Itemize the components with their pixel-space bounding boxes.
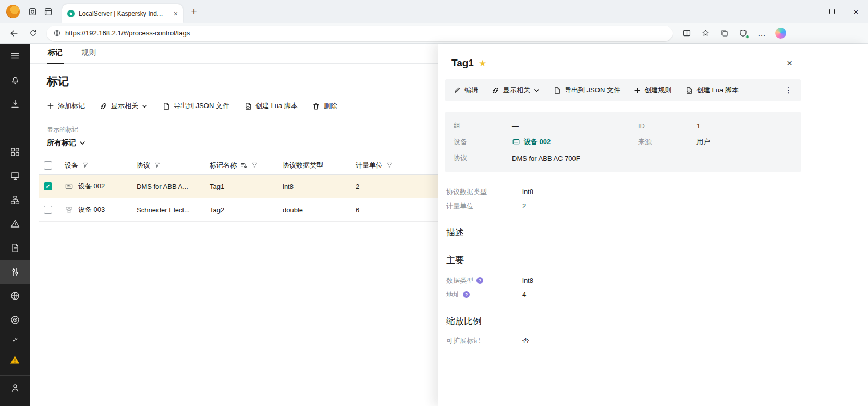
- create-lua-label: 创建 Lua 脚本: [696, 86, 739, 95]
- section-main: 主要: [445, 254, 801, 266]
- create-rule-button[interactable]: 创建规则: [634, 86, 671, 95]
- export-json-button[interactable]: 导出到 JSON 文件: [162, 101, 229, 111]
- plus-icon: [47, 102, 54, 110]
- table-header-row: ✓ 设备 协议 标记名称 协议数据类型: [39, 156, 438, 175]
- tab-rules[interactable]: 规则: [80, 48, 97, 63]
- sidebar-item-monitoring[interactable]: [0, 164, 30, 188]
- column-header-data-type[interactable]: 协议数据类型: [283, 161, 356, 170]
- cell-tag-name: Tag1: [210, 183, 283, 190]
- refresh-icon[interactable]: [24, 25, 42, 42]
- trash-icon: [312, 102, 320, 110]
- create-lua-button[interactable]: 创建 Lua 脚本: [685, 86, 739, 95]
- table-row[interactable]: ✓ 设备 003 Schneider Elect... Tag2 double …: [39, 198, 438, 222]
- browser-essentials-icon[interactable]: [734, 25, 752, 42]
- help-icon[interactable]: ?: [476, 277, 483, 284]
- sort-icon: [240, 162, 248, 169]
- tag-details-toolbar: 编辑 显示相关 导出到 JSON 文件 创建规则: [445, 79, 801, 101]
- column-header-tag-name[interactable]: 标记名称: [210, 161, 283, 170]
- address-bar[interactable]: https://192.168.2.1/#/process-control/ta…: [47, 26, 673, 41]
- protocol-label: 协议: [454, 153, 512, 163]
- maximize-icon: [829, 9, 835, 14]
- favorites-icon[interactable]: [696, 25, 714, 42]
- cell-unit: 2: [356, 183, 438, 190]
- split-screen-icon[interactable]: [678, 25, 695, 42]
- app-content: 标记 规则 标记 添加标记 显示相关 导出到 JSON 文件: [0, 44, 868, 406]
- new-tab-button[interactable]: +: [186, 4, 202, 19]
- filter-icon: [251, 162, 258, 169]
- sidebar-item-account[interactable]: [0, 376, 30, 400]
- sidebar-item-events[interactable]: [0, 212, 30, 236]
- workspaces-icon[interactable]: [25, 4, 40, 19]
- device-link-label: 设备 002: [524, 137, 551, 147]
- grid-icon: [10, 147, 20, 157]
- menu-icon: [10, 51, 20, 61]
- help-icon[interactable]: ?: [463, 291, 470, 298]
- column-header-protocol[interactable]: 协议: [137, 161, 210, 170]
- sidebar-item-misc[interactable]: [0, 332, 30, 348]
- close-panel-icon[interactable]: ×: [787, 57, 792, 69]
- sidebar-item-menu[interactable]: [0, 44, 30, 68]
- tab-tags[interactable]: 标记: [47, 48, 64, 63]
- sidebar-item-reports[interactable]: [0, 236, 30, 260]
- sidebar-item-network[interactable]: [0, 284, 30, 308]
- export-json-button[interactable]: 导出到 JSON 文件: [553, 86, 620, 95]
- filter-icon: [154, 162, 161, 169]
- sidebar-item-notifications[interactable]: [0, 68, 30, 92]
- tag-details-panel: Tag1 ★ × 编辑 显示相关 导: [438, 44, 868, 406]
- more-menu-icon[interactable]: …: [753, 25, 771, 42]
- extensible-tag-value: 否: [522, 336, 529, 345]
- browser-tab[interactable]: LocalServer | Kaspersky Industrial ×: [62, 4, 183, 23]
- show-related-button[interactable]: 显示相关: [492, 86, 540, 95]
- column-header-device[interactable]: 设备: [65, 161, 137, 170]
- protocol-data-type-value: int8: [522, 188, 533, 196]
- cell-protocol: Schneider Elect...: [137, 206, 210, 214]
- sidebar-item-updates[interactable]: [0, 92, 30, 116]
- row-checkbox[interactable]: ✓: [44, 206, 52, 214]
- row-checkbox[interactable]: ✓: [44, 182, 52, 190]
- hmi-device-icon: [512, 138, 520, 146]
- add-tag-button[interactable]: 添加标记: [47, 101, 85, 111]
- maximize-button[interactable]: [820, 0, 844, 23]
- browser-window: LocalServer | Kaspersky Industrial × + –…: [0, 0, 868, 406]
- script-icon: [244, 102, 252, 110]
- tags-filter-dropdown[interactable]: 所有标记: [47, 138, 438, 148]
- site-info-icon[interactable]: [53, 29, 61, 37]
- sidebar-item-license-warning[interactable]: [0, 348, 30, 372]
- document-icon: [10, 243, 20, 253]
- pencil-icon: [454, 87, 461, 94]
- filter-icon: [82, 162, 89, 169]
- tag-fields: 协议数据类型 int8 计量单位 2: [445, 185, 801, 213]
- sidebar-item-dashboard[interactable]: [0, 140, 30, 164]
- create-lua-button[interactable]: 创建 Lua 脚本: [244, 101, 298, 111]
- close-window-button[interactable]: ×: [844, 0, 868, 23]
- show-related-label: 显示相关: [503, 86, 530, 95]
- edit-button[interactable]: 编辑: [454, 86, 478, 95]
- create-rule-label: 创建规则: [644, 86, 671, 95]
- sliders-icon: [10, 267, 20, 277]
- sidebar-item-audit[interactable]: [0, 308, 30, 332]
- url-text[interactable]: https://192.168.2.1/#/process-control/ta…: [65, 29, 190, 37]
- tab-close-icon[interactable]: ×: [174, 10, 178, 17]
- column-header-unit[interactable]: 计量单位: [356, 161, 438, 170]
- more-actions-icon[interactable]: ⋮: [785, 86, 792, 95]
- select-all-checkbox[interactable]: ✓: [44, 161, 52, 170]
- site-favicon-icon: [67, 10, 75, 17]
- page-title: 标记: [47, 74, 438, 89]
- tab-actions-icon[interactable]: [40, 4, 56, 19]
- address-label: 地址 ?: [446, 290, 522, 300]
- minimize-button[interactable]: –: [796, 0, 820, 23]
- delete-button[interactable]: 删除: [312, 101, 337, 111]
- sidebar-item-assets[interactable]: [0, 188, 30, 212]
- download-icon: [10, 99, 20, 109]
- back-icon[interactable]: [5, 25, 23, 42]
- collections-icon[interactable]: [715, 25, 733, 42]
- sidebar-item-process-control[interactable]: [0, 260, 30, 284]
- device-link[interactable]: 设备 002: [512, 137, 638, 147]
- group-label: 组: [454, 121, 512, 130]
- favorite-star-icon[interactable]: ★: [479, 58, 486, 69]
- copilot-icon[interactable]: [772, 25, 789, 42]
- profile-avatar[interactable]: [6, 5, 20, 18]
- protocol-data-type-label: 协议数据类型: [446, 187, 522, 197]
- table-row[interactable]: ✓ 设备 002 DMS for ABB A... Tag1 int8 2: [39, 175, 438, 198]
- show-related-button[interactable]: 显示相关: [100, 101, 148, 111]
